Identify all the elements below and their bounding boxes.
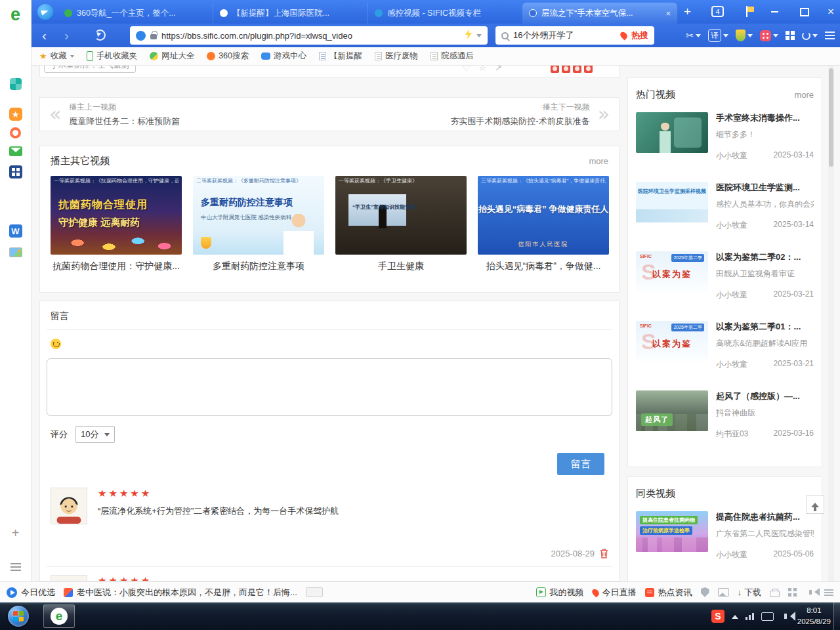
share-icon-2[interactable] bbox=[562, 66, 570, 73]
video-thumbnail[interactable]: 三等奖获奖视频：《抬头遇见“病毒君”，争做健康责任人》 抬头遇见“病毒君” 争做… bbox=[478, 176, 609, 255]
add-app-icon[interactable]: + bbox=[7, 524, 25, 542]
start-button[interactable] bbox=[8, 606, 29, 627]
qa-app-icon[interactable] bbox=[7, 163, 25, 181]
bookmark-reminder[interactable]: 【新提醒 bbox=[319, 51, 362, 62]
favorites-app-icon[interactable]: ★ bbox=[7, 105, 25, 123]
tab-360nav[interactable]: 360导航_一个主页，整个... bbox=[58, 3, 213, 24]
tab-hospital[interactable]: 【新提醒】上海国际医院... bbox=[213, 3, 368, 24]
download-button[interactable]: ↓下载 bbox=[738, 587, 762, 598]
hot-search-label[interactable]: 热搜 bbox=[631, 30, 648, 41]
video-tag-chip[interactable]: 手术室防控：空气监测 bbox=[44, 66, 136, 73]
search-input[interactable]: 16个外甥开学了 bbox=[513, 30, 616, 41]
comment-input[interactable] bbox=[47, 358, 612, 416]
main-menu-icon[interactable] bbox=[825, 32, 835, 39]
volume-icon[interactable] bbox=[784, 614, 787, 619]
close-window-button[interactable]: × bbox=[824, 7, 837, 17]
forward-share-icon[interactable]: ↗ bbox=[495, 66, 502, 73]
photo-app-icon[interactable] bbox=[7, 243, 25, 261]
bookmark-game-center[interactable]: 游戏中心 bbox=[261, 51, 306, 62]
prev-title[interactable]: 魔童降世任务二：标准预防篇 bbox=[69, 116, 180, 127]
next-title[interactable]: 夯实围手术期感染防控-术前皮肤准备 bbox=[450, 116, 589, 127]
address-bar[interactable]: https://bbs.sific.com.cn/plugin.php?id=x… bbox=[130, 26, 488, 45]
pinwheel-app-icon[interactable] bbox=[7, 75, 25, 93]
author[interactable]: 约书亚03 bbox=[716, 429, 748, 440]
video-card[interactable]: 二等奖获奖视频：《多重耐药防控注意事项》 多重耐药防控注意事项 中山大学附属第七… bbox=[193, 176, 324, 272]
video-thumbnail[interactable]: 一等奖获奖视频：《抗菌药物合理使用，守护健康，远离耐药》 抗菌药物合理使用 守护… bbox=[51, 176, 182, 255]
live-today[interactable]: 今日直播 bbox=[593, 587, 637, 598]
new-tab-button[interactable]: + bbox=[684, 5, 691, 19]
print-icon[interactable] bbox=[770, 591, 780, 597]
author[interactable]: 小小牧童 bbox=[716, 359, 747, 370]
scrollbar-thumb[interactable] bbox=[829, 68, 833, 167]
media-app-icon[interactable] bbox=[7, 123, 25, 142]
video-thumbnail[interactable]: SIFIC 2025年第二季 以案为鉴 bbox=[636, 321, 708, 362]
back-button[interactable]: ‹ bbox=[42, 28, 47, 43]
browser-logo-icon[interactable]: e bbox=[7, 5, 25, 24]
minimize-button[interactable] bbox=[768, 7, 781, 17]
rating-select[interactable]: 10分 bbox=[75, 426, 115, 443]
show-desktop-button[interactable] bbox=[833, 602, 840, 630]
my-videos[interactable]: 我的视频 bbox=[536, 587, 584, 598]
word-doc-icon[interactable]: W bbox=[7, 222, 25, 240]
avatar[interactable] bbox=[51, 488, 87, 524]
bookmark-favorites[interactable]: ★收藏 bbox=[39, 51, 74, 62]
nav-home-icon[interactable] bbox=[37, 4, 53, 20]
network-icon[interactable] bbox=[746, 613, 754, 620]
hot-news[interactable]: 热点资讯 bbox=[645, 587, 692, 598]
video-card[interactable]: 一等奖获奖视频：《手卫生健康》 “手卫生”宣传知识技能竞赛 手卫生健康 bbox=[335, 176, 467, 272]
more-link[interactable]: more bbox=[589, 156, 608, 166]
author[interactable]: 小小牧童 bbox=[716, 549, 747, 560]
video-caption[interactable]: 多重耐药防控注意事项 bbox=[193, 261, 324, 272]
bookmark-medical-waste[interactable]: 医疗废物 bbox=[375, 51, 418, 62]
apps-pink-icon[interactable] bbox=[760, 30, 778, 41]
video-thumbnail[interactable]: 一等奖获奖视频：《手卫生健康》 “手卫生”宣传知识技能竞赛 bbox=[335, 176, 467, 255]
speaker-icon[interactable] bbox=[809, 590, 812, 595]
hot-video-item[interactable]: 医院环境卫生学监测采样视频 医院环境卫生学监测... 感控人员基本功，你真的会采… bbox=[636, 175, 814, 245]
tab-close-icon[interactable]: × bbox=[665, 9, 671, 18]
prev-chevron-icon[interactable]: « bbox=[49, 104, 61, 124]
activity-flag-icon[interactable] bbox=[746, 6, 755, 17]
hot-video-item[interactable]: SIFIC 2025年第二季 以案为鉴 以案为鉴第二季01：... 高晓东&范鹏… bbox=[636, 314, 814, 384]
daily-picks[interactable]: 今日优选 bbox=[7, 587, 55, 598]
hot-video-item[interactable]: 手术室终末消毒操作... 细节多多！ 小小牧童2025-03-14 bbox=[636, 106, 814, 175]
tab-count-badge[interactable]: 4 bbox=[711, 6, 724, 17]
ticker-ad-tag[interactable] bbox=[306, 587, 323, 597]
video-thumbnail[interactable] bbox=[636, 112, 708, 153]
video-caption[interactable]: 抗菌药物合理使用：守护健康... bbox=[51, 261, 182, 272]
favorite-icon[interactable]: ☆ bbox=[478, 66, 486, 73]
hot-video-item[interactable]: SIFIC 2025年第二季 以案为鉴 以案为鉴第二季02：... 田靓从卫监视… bbox=[636, 245, 814, 314]
page-scrollbar[interactable] bbox=[828, 66, 834, 581]
mail-icon[interactable] bbox=[7, 142, 25, 160]
video-thumbnail[interactable]: 二等奖获奖视频：《多重耐药防控注意事项》 多重耐药防控注意事项 中山大学附属第七… bbox=[193, 176, 324, 255]
bookmark-360-search[interactable]: 360搜索 bbox=[207, 51, 249, 62]
video-card[interactable]: 三等奖获奖视频：《抬头遇见“病毒君”，争做健康责任人》 抬头遇见“病毒君” 争做… bbox=[478, 176, 609, 272]
share-icon-3[interactable] bbox=[573, 66, 581, 73]
submit-comment-button[interactable]: 留言 bbox=[557, 453, 604, 475]
video-thumbnail[interactable]: 提高住院患者抗菌药物 治疗前病原学送检率 bbox=[636, 511, 708, 552]
bookmark-yuangantong[interactable]: 院感通后 bbox=[430, 51, 474, 62]
keyboard-icon[interactable] bbox=[761, 612, 774, 621]
video-thumbnail[interactable]: SIFIC 2025年第二季 以案为鉴 bbox=[636, 251, 708, 292]
share-icon-4[interactable] bbox=[584, 66, 593, 73]
refresh-button[interactable] bbox=[94, 30, 106, 41]
avatar[interactable] bbox=[51, 575, 87, 581]
back-to-top-button[interactable] bbox=[806, 495, 824, 514]
emoji-icon[interactable] bbox=[51, 339, 61, 349]
safety-shield-icon[interactable] bbox=[736, 30, 753, 41]
sogou-input-icon[interactable]: S bbox=[711, 610, 724, 623]
maximize-button[interactable] bbox=[798, 7, 811, 17]
video-card[interactable]: 一等奖获奖视频：《抗菌药物合理使用，守护健康，远离耐药》 抗菌药物合理使用 守护… bbox=[51, 176, 182, 272]
security-shield-icon[interactable] bbox=[701, 587, 709, 597]
tray-expand-icon[interactable] bbox=[732, 612, 738, 619]
search-box[interactable]: 16个外甥开学了 热搜 bbox=[495, 26, 654, 45]
related-video-item[interactable]: 提高住院患者抗菌药物 治疗前病原学送检率 提高住院患者抗菌药... 广东省第二人… bbox=[636, 505, 814, 574]
tab-active-laminar-flow[interactable]: 层流之下“手术室空气保... × bbox=[522, 3, 677, 24]
screenshot-icon[interactable] bbox=[718, 588, 729, 597]
author[interactable]: 小小牧童 bbox=[716, 289, 747, 301]
history-undo-icon[interactable] bbox=[802, 32, 818, 40]
video-thumbnail[interactable]: 起风了 bbox=[636, 390, 708, 431]
translate-icon[interactable]: 译 bbox=[708, 29, 728, 42]
like-icon[interactable]: ♡ bbox=[463, 66, 471, 73]
apps-grid-icon[interactable] bbox=[788, 588, 797, 597]
tab-sific-videos[interactable]: 感控视频 - SIFIC视频专栏 bbox=[368, 3, 522, 24]
